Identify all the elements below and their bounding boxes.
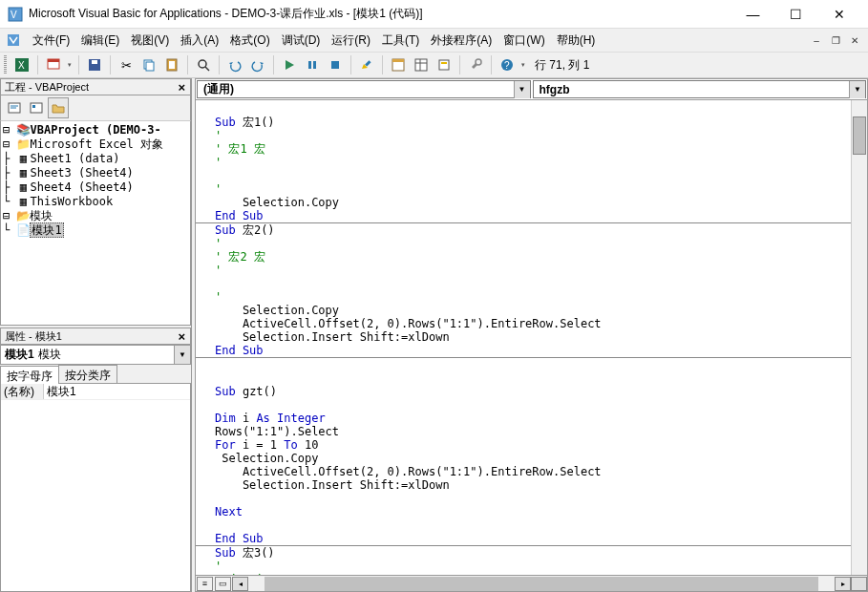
- dropdown-arrow-icon[interactable]: ▼: [514, 81, 530, 98]
- object-browser-icon[interactable]: [434, 54, 455, 75]
- reset-icon[interactable]: [325, 54, 346, 75]
- svg-rect-10: [146, 62, 154, 71]
- property-object-type: 模块: [34, 347, 61, 363]
- project-tree[interactable]: ⊟ 📚VBAProject (DEMO-3- ⊟ 📁Microsoft Exce…: [0, 120, 191, 326]
- svg-rect-15: [308, 61, 311, 69]
- insert-userform-icon[interactable]: [43, 54, 64, 75]
- help-dropdown-icon[interactable]: ▾: [519, 61, 527, 69]
- view-object-icon[interactable]: [26, 97, 47, 118]
- mdi-close-button[interactable]: ✕: [847, 32, 862, 48]
- toolbox-icon[interactable]: [465, 54, 486, 75]
- property-tabs: 按字母序 按分类序: [0, 365, 191, 384]
- svg-rect-8: [92, 60, 97, 64]
- project-pane-title: 工程 - VBAProject: [5, 80, 89, 95]
- menu-help[interactable]: 帮助(H): [551, 31, 602, 51]
- menu-file[interactable]: 文件(F): [27, 31, 75, 51]
- code-footer: ≡ ▭ ◂ ▸: [196, 575, 867, 591]
- resize-grip[interactable]: [851, 577, 867, 591]
- save-icon[interactable]: [84, 54, 105, 75]
- svg-rect-16: [313, 61, 316, 69]
- design-mode-icon[interactable]: [356, 54, 377, 75]
- cut-icon[interactable]: ✂: [116, 54, 137, 75]
- svg-line-14: [205, 67, 209, 71]
- project-pane-close-button[interactable]: ×: [175, 80, 188, 95]
- svg-text:X: X: [18, 60, 25, 71]
- view-code-icon[interactable]: [4, 97, 25, 118]
- dropdown-arrow-icon[interactable]: ▼: [849, 81, 865, 98]
- property-object-name: 模块1: [1, 347, 34, 363]
- properties-pane-close-button[interactable]: ×: [175, 329, 188, 344]
- redo-icon[interactable]: [247, 54, 268, 75]
- window-title: Microsoft Visual Basic for Applications …: [29, 6, 731, 22]
- toggle-folders-icon[interactable]: [48, 97, 69, 118]
- svg-rect-18: [365, 60, 370, 66]
- menu-edit[interactable]: 编辑(E): [75, 31, 125, 51]
- titlebar: V Microsoft Visual Basic for Application…: [0, 0, 868, 29]
- toolbar-grip[interactable]: [4, 55, 7, 74]
- insert-dropdown-icon[interactable]: ▾: [66, 61, 74, 69]
- full-module-view-button[interactable]: ▭: [215, 577, 231, 591]
- svg-rect-17: [331, 61, 339, 69]
- tab-alphabetic[interactable]: 按字母序: [0, 366, 59, 384]
- svg-rect-21: [415, 59, 427, 71]
- property-grid[interactable]: (名称) 模块1: [0, 384, 191, 592]
- menu-tools[interactable]: 工具(T): [376, 31, 425, 51]
- svg-rect-24: [439, 60, 449, 70]
- property-object-selector[interactable]: 模块1 模块 ▼: [0, 345, 191, 365]
- svg-point-26: [476, 59, 481, 65]
- break-icon[interactable]: [302, 54, 323, 75]
- svg-point-13: [199, 60, 206, 68]
- code-editor[interactable]: Sub 宏1() ' ' 宏1 宏 ' ' Selection.Copy End…: [196, 100, 867, 575]
- mdi-minimize-button[interactable]: –: [809, 32, 824, 48]
- svg-rect-32: [31, 103, 42, 113]
- vba-app-icon: V: [8, 7, 23, 22]
- horizontal-scrollbar[interactable]: [248, 577, 835, 591]
- vba-doc-icon: [6, 32, 21, 48]
- maximize-button[interactable]: ☐: [774, 1, 817, 28]
- procedure-view-button[interactable]: ≡: [197, 577, 213, 591]
- menu-insert[interactable]: 插入(A): [175, 31, 224, 51]
- svg-text:V: V: [11, 10, 17, 20]
- left-column: 工程 - VBAProject × ⊟ 📚VBAProject (DEMO-3-…: [0, 78, 192, 592]
- mdi-restore-button[interactable]: ❐: [828, 32, 843, 48]
- svg-rect-25: [441, 62, 447, 64]
- excel-icon[interactable]: X: [11, 54, 32, 75]
- cursor-position: 行 71, 列 1: [535, 57, 589, 74]
- menu-view[interactable]: 视图(V): [125, 31, 175, 51]
- scrollbar-thumb[interactable]: [853, 116, 866, 155]
- project-toolbar: [0, 95, 191, 120]
- menu-run[interactable]: 运行(R): [326, 31, 376, 51]
- dropdown-arrow-icon[interactable]: ▼: [174, 346, 190, 364]
- minimize-button[interactable]: —: [731, 1, 774, 28]
- table-row[interactable]: (名称) 模块1: [1, 384, 190, 400]
- menu-window[interactable]: 窗口(W): [498, 31, 550, 51]
- copy-icon[interactable]: [138, 54, 159, 75]
- menu-format[interactable]: 格式(O): [224, 31, 275, 51]
- find-icon[interactable]: [193, 54, 214, 75]
- menu-addins[interactable]: 外接程序(A): [425, 31, 498, 51]
- scrollbar-thumb[interactable]: [265, 577, 818, 591]
- menu-debug[interactable]: 调试(D): [276, 31, 327, 51]
- help-icon[interactable]: ?: [497, 54, 518, 75]
- object-dropdown[interactable]: (通用)▼: [197, 80, 531, 98]
- svg-rect-33: [32, 105, 35, 108]
- procedure-dropdown[interactable]: hfgzb▼: [533, 80, 867, 98]
- svg-rect-12: [169, 61, 175, 69]
- svg-text:?: ?: [504, 60, 510, 71]
- scroll-right-icon[interactable]: ▸: [835, 577, 851, 591]
- paste-icon[interactable]: [161, 54, 182, 75]
- run-icon[interactable]: [279, 54, 300, 75]
- vertical-scrollbar[interactable]: [851, 100, 867, 575]
- project-pane-header: 工程 - VBAProject ×: [0, 78, 191, 95]
- prop-name-cell: (名称): [1, 384, 44, 399]
- tab-categorized[interactable]: 按分类序: [58, 365, 117, 383]
- svg-rect-6: [48, 59, 59, 62]
- properties-pane-header: 属性 - 模块1 ×: [0, 328, 191, 345]
- prop-value-cell[interactable]: 模块1: [44, 384, 190, 399]
- project-explorer-icon[interactable]: [388, 54, 409, 75]
- undo-icon[interactable]: [224, 54, 245, 75]
- properties-icon[interactable]: [411, 54, 432, 75]
- close-button[interactable]: ✕: [817, 1, 860, 28]
- properties-pane-title: 属性 - 模块1: [5, 329, 62, 344]
- scroll-left-icon[interactable]: ◂: [232, 577, 248, 591]
